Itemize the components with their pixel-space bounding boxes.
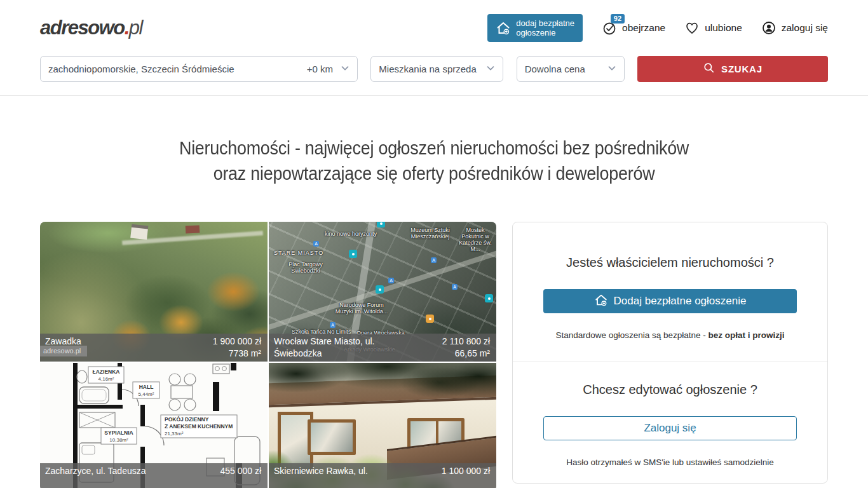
map-stop-icon: A bbox=[330, 322, 336, 328]
heart-icon bbox=[684, 20, 700, 36]
listing-card-wroclaw[interactable]: STARE MIASTO kino nowe horyzonty Muzeum … bbox=[269, 222, 496, 362]
add-listing-label: dodaj bezpłatneogłoszenie bbox=[516, 18, 574, 38]
map-stop-icon: A bbox=[313, 241, 319, 247]
owner-section: Jesteś właścicielem nieruchomości ? Doda… bbox=[513, 222, 827, 362]
search-icon bbox=[703, 62, 715, 76]
add-listing-button[interactable]: dodaj bezpłatneogłoszenie bbox=[487, 14, 583, 43]
listing-card-zawadka[interactable]: adresowo.pl Zawadka 1 900 000 zł 7738 m² bbox=[40, 222, 268, 362]
listing-price-area: 1 900 000 zł 7738 m² bbox=[213, 336, 261, 360]
photo-watermark: adresowo.pl bbox=[40, 346, 87, 356]
aerial-roof-shape bbox=[186, 225, 200, 233]
listing-location: Wrocław Stare Miasto, ul. Świebodzka bbox=[274, 336, 404, 360]
listing-price-area: 2 110 800 zł 66,65 m² bbox=[442, 336, 490, 360]
user-icon bbox=[761, 20, 776, 36]
map-pin-icon bbox=[485, 294, 493, 302]
page-title: Nieruchomości - najwięcej ogłoszeń nieru… bbox=[54, 135, 814, 186]
map-label: Narodowe Forum Muzyki im. Witolda... bbox=[331, 302, 392, 315]
property-type-select[interactable]: Mieszkania na sprzeda bbox=[370, 56, 503, 82]
aerial-house-shape bbox=[130, 227, 148, 240]
listing-area: 7738 m² bbox=[213, 348, 261, 360]
svg-text:21,33m²: 21,33m² bbox=[165, 431, 184, 437]
sidebar-login-label: Zaloguj się bbox=[644, 422, 696, 435]
listing-card-skierniewice[interactable]: Skierniewice Rawka, ul. 1 100 000 zł bbox=[269, 363, 496, 488]
listing-price: 455 000 zł bbox=[220, 465, 261, 477]
map-stop-icon: A bbox=[452, 284, 458, 290]
chevron-down-icon bbox=[606, 62, 618, 76]
top-actions: dodaj bezpłatneogłoszenie 92 obejrzane u… bbox=[487, 14, 828, 43]
location-select[interactable]: zachodniopomorskie, Szczecin Śródmieście… bbox=[40, 56, 358, 82]
edit-section: Chcesz edytować ogłoszenie ? Zaloguj się… bbox=[513, 362, 827, 488]
chevron-down-icon bbox=[485, 62, 496, 76]
floorplan-label-livingroom: POKÓJ DZIENNY Z ANEKSEM KUCHENNYM 21,33m… bbox=[161, 415, 237, 438]
viewed-check-icon: 92 bbox=[602, 20, 617, 36]
svg-text:Z ANEKSEM KUCHENNYM: Z ANEKSEM KUCHENNYM bbox=[165, 423, 233, 430]
tree-branches-shape bbox=[269, 363, 496, 407]
chevron-down-icon bbox=[339, 62, 351, 76]
listing-area: 66,65 m² bbox=[442, 348, 490, 360]
map-pin-icon bbox=[426, 315, 434, 323]
search-button[interactable]: SZUKAJ bbox=[637, 56, 828, 82]
svg-text:ŁAZIENKA: ŁAZIENKA bbox=[93, 369, 120, 375]
edit-note: Hasło otrzymałeś w SMS'ie lub ustawiłeś … bbox=[543, 458, 797, 467]
property-type-value: Mieszkania na sprzeda bbox=[379, 64, 485, 74]
listing-overlay: Zacharzyce, ul. Tadeusza 455 000 zł bbox=[40, 463, 268, 488]
top-bar: adresowo.pl dodaj bezpłatneogłoszenie 92… bbox=[0, 0, 868, 56]
owner-note: Standardowe ogłoszenia są bezpłatne - be… bbox=[543, 330, 797, 340]
svg-text:5,44m²: 5,44m² bbox=[139, 391, 154, 397]
map-pin-icon bbox=[376, 285, 384, 294]
logo-dot: . bbox=[125, 17, 129, 39]
map-pin-icon bbox=[349, 250, 357, 258]
map-pin-icon bbox=[377, 222, 385, 227]
owner-title: Jesteś właścicielem nieruchomości ? bbox=[543, 255, 797, 270]
listing-location: Zacharzyce, ul. Tadeusza bbox=[45, 465, 146, 488]
sidebar-add-listing-button[interactable]: Dodaj bezpłatne ogłoszenie bbox=[543, 289, 797, 313]
svg-text:10,38m²: 10,38m² bbox=[109, 437, 128, 443]
sidebar-login-button[interactable]: Zaloguj się bbox=[543, 416, 797, 440]
svg-text:POKÓJ DZIENNY: POKÓJ DZIENNY bbox=[165, 416, 209, 423]
svg-text:SYPIALNIA: SYPIALNIA bbox=[104, 430, 133, 436]
listing-card-zacharzyce[interactable]: ŁAZIENKA 4,16m² HALL 5,44m² POKÓJ DZIENN… bbox=[40, 363, 268, 488]
nav-viewed[interactable]: 92 obejrzane bbox=[602, 20, 665, 36]
listing-price-area: 1 100 000 zł bbox=[442, 465, 490, 488]
map-label: Mostek Pokutnic w Katedrze św. M... bbox=[456, 227, 495, 252]
page-title-line1: Nieruchomości - najwięcej ogłoszeń nieru… bbox=[54, 135, 814, 161]
nav-login[interactable]: zaloguj się bbox=[761, 20, 828, 36]
svg-text:4,16m²: 4,16m² bbox=[98, 376, 114, 382]
floorplan-label-bedroom: SYPIALNIA 10,38m² bbox=[101, 428, 137, 444]
login-label: zaloguj się bbox=[782, 22, 828, 34]
listing-grid: adresowo.pl Zawadka 1 900 000 zł 7738 m²… bbox=[40, 222, 496, 488]
location-value: zachodniopomorskie, Szczecin Śródmieście bbox=[48, 64, 302, 74]
favorites-label: ulubione bbox=[705, 22, 742, 34]
listing-overlay: Skierniewice Rawka, ul. 1 100 000 zł bbox=[269, 463, 496, 488]
nav-favorites[interactable]: ulubione bbox=[684, 20, 742, 36]
radius-value: +0 km bbox=[307, 64, 333, 74]
main-content: adresowo.pl Zawadka 1 900 000 zł 7738 m²… bbox=[0, 222, 868, 488]
listing-price-area: 455 000 zł bbox=[220, 465, 261, 488]
map-label: Plac Targowy Świebodzki bbox=[285, 261, 326, 274]
price-value: Dowolna cena bbox=[525, 64, 606, 74]
listing-overlay: Wrocław Stare Miasto, ul. Świebodzka 2 1… bbox=[269, 334, 496, 362]
map-stop-icon: A bbox=[431, 257, 437, 263]
svg-text:HALL: HALL bbox=[139, 384, 154, 390]
page-title-line2: oraz niepowtarzające się oferty pośredni… bbox=[54, 161, 814, 186]
map-label: kino nowe horyzonty bbox=[325, 231, 377, 237]
search-bar: zachodniopomorskie, Szczecin Śródmieście… bbox=[0, 56, 868, 96]
price-select[interactable]: Dowolna cena bbox=[517, 56, 625, 82]
listing-price: 1 900 000 zł bbox=[213, 336, 261, 348]
map-stop-icon: A bbox=[388, 278, 394, 283]
house-plus-icon bbox=[496, 20, 511, 36]
logo-tld: pl bbox=[129, 17, 142, 39]
site-logo[interactable]: adresowo.pl bbox=[40, 17, 142, 39]
logo-name: adresowo bbox=[40, 17, 125, 39]
viewed-badge: 92 bbox=[611, 14, 625, 24]
listing-price: 1 100 000 zł bbox=[442, 465, 490, 477]
viewed-label: obejrzane bbox=[622, 22, 665, 34]
map-label: STARE MIASTO bbox=[274, 250, 323, 256]
search-button-label: SZUKAJ bbox=[721, 64, 763, 74]
listing-price: 2 110 800 zł bbox=[442, 336, 490, 348]
edit-title: Chcesz edytować ogłoszenie ? bbox=[543, 383, 797, 397]
floorplan-label-hall: HALL 5,44m² bbox=[133, 382, 159, 398]
map-label: Muzeum Sztuki Mieszczańskiej bbox=[406, 227, 454, 240]
listing-location: Skierniewice Rawka, ul. bbox=[274, 465, 368, 488]
sidebar-add-listing-label: Dodaj bezpłatne ogłoszenie bbox=[614, 295, 747, 308]
